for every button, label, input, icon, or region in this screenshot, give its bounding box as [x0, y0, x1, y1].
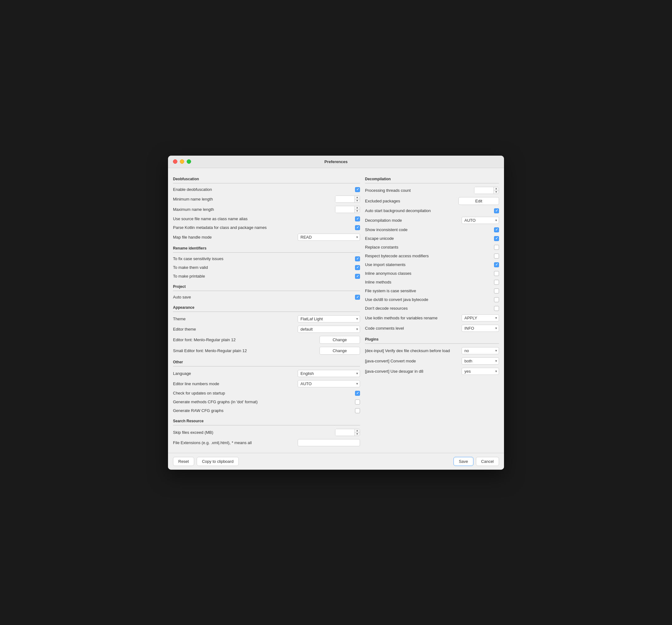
use-source-file-checkbox[interactable] [355, 216, 360, 222]
footer: Reset Copy to clipboard Save Cancel [168, 453, 504, 470]
skip-files-spinner[interactable]: 10 ▲ ▼ [335, 429, 360, 436]
file-extensions-input[interactable]: .xml|.html|.js|.json|.txt [298, 439, 360, 446]
max-name-length-label: Maximum name length [173, 207, 335, 212]
make-printable-checkbox[interactable] [355, 274, 360, 279]
show-inconsistent-control [494, 227, 499, 232]
generate-cfg-checkbox[interactable] [355, 399, 360, 404]
editor-line-numbers-row: Editor line numbers mode AUTO ON OFF [173, 378, 360, 389]
auto-start-label: Auto start background decompilation [365, 208, 494, 213]
java-convert-mode-label: [java-convert] Convert mode [365, 358, 462, 363]
java-desugar-label: [java-convert] Use desugar in d8 [365, 369, 462, 374]
dont-decode-label: Don't decode resources [365, 306, 494, 310]
editor-theme-select[interactable]: default [298, 326, 360, 333]
skip-files-up-btn[interactable]: ▲ [355, 429, 360, 433]
copy-to-clipboard-button[interactable]: Copy to clipboard [197, 457, 239, 466]
save-button[interactable]: Save [454, 457, 474, 466]
auto-save-checkbox[interactable] [355, 295, 360, 300]
replace-constants-checkbox[interactable] [494, 245, 499, 250]
smali-font-label: Smali Editor font: Menlo-Regular plain 1… [173, 348, 319, 353]
respect-bytecode-checkbox[interactable] [494, 254, 499, 258]
map-file-handle-select[interactable]: READ READ_WRITE [298, 234, 360, 241]
generate-raw-control [355, 408, 360, 413]
min-name-length-spinner[interactable]: 1 ▲ ▼ [335, 195, 360, 203]
use-import-row: Use import statements [365, 260, 499, 269]
fix-case-checkbox[interactable] [355, 256, 360, 261]
inline-methods-row: Inline methods [365, 278, 499, 286]
kotlin-methods-control: APPLY ALWAYS NEVER [462, 315, 499, 322]
file-system-case-row: File system is case sensitive [365, 286, 499, 295]
check-updates-label: Check for updates on startup [173, 391, 355, 395]
dex-checksum-select[interactable]: no yes [462, 347, 499, 354]
editor-line-numbers-select[interactable]: AUTO ON OFF [298, 380, 360, 387]
inline-anonymous-label: Inline anonymous classes [365, 271, 494, 276]
dex-checksum-control: no yes [462, 347, 499, 354]
use-dxd8-label: Use dx/d8 to convert java bytecode [365, 297, 494, 302]
processing-threads-spinner-buttons: ▲ ▼ [494, 187, 499, 194]
max-name-up-btn[interactable]: ▲ [355, 206, 360, 210]
generate-raw-checkbox[interactable] [355, 408, 360, 413]
make-valid-control [355, 265, 360, 270]
auto-start-control [494, 208, 499, 213]
max-name-down-btn[interactable]: ▼ [355, 210, 360, 213]
reset-button[interactable]: Reset [173, 457, 194, 466]
language-select[interactable]: English Chinese Russian [298, 370, 360, 377]
escape-unicode-checkbox[interactable] [494, 236, 499, 241]
use-dxd8-checkbox[interactable] [494, 297, 499, 302]
java-convert-mode-select[interactable]: both dx d8 [462, 357, 499, 365]
min-name-length-control: 1 ▲ ▼ [335, 195, 360, 203]
maximize-button[interactable] [187, 159, 191, 164]
decompilation-mode-row: Decompilation mode AUTO JADX CFR PROCYON [365, 215, 499, 226]
parse-kotlin-checkbox[interactable] [355, 225, 360, 230]
processing-threads-up-btn[interactable]: ▲ [494, 187, 499, 190]
replace-constants-control [494, 245, 499, 250]
make-valid-checkbox[interactable] [355, 265, 360, 270]
code-comments-select[interactable]: INFO DEBUG ERROR NONE [462, 325, 499, 332]
map-file-handle-label: Map file handle mode [173, 235, 298, 239]
footer-left: Reset Copy to clipboard [173, 457, 239, 466]
dont-decode-checkbox[interactable] [494, 306, 499, 311]
excluded-packages-row: Excluded packages Edit [365, 195, 499, 206]
escape-unicode-row: Escape unicode [365, 234, 499, 243]
use-import-control [494, 262, 499, 267]
inline-methods-checkbox[interactable] [494, 280, 499, 285]
processing-threads-spinner[interactable]: 4 ▲ ▼ [474, 187, 499, 194]
check-updates-checkbox[interactable] [355, 391, 360, 396]
escape-unicode-control [494, 236, 499, 241]
processing-threads-down-btn[interactable]: ▼ [494, 190, 499, 194]
close-button[interactable] [173, 159, 177, 164]
decompilation-mode-label: Decompilation mode [365, 218, 462, 223]
decompilation-mode-select[interactable]: AUTO JADX CFR PROCYON [462, 217, 499, 224]
processing-threads-input[interactable]: 4 [474, 187, 494, 194]
editor-font-control: Change [319, 336, 360, 344]
show-inconsistent-checkbox[interactable] [494, 227, 499, 232]
skip-files-down-btn[interactable]: ▼ [355, 433, 360, 436]
use-dxd8-control [494, 297, 499, 302]
excluded-packages-btn[interactable]: Edit [458, 197, 499, 205]
java-desugar-select[interactable]: yes no [462, 368, 499, 375]
language-control: English Chinese Russian [298, 370, 360, 377]
use-source-file-control [355, 216, 360, 222]
minimize-button[interactable] [180, 159, 184, 164]
make-printable-label: To make printable [173, 274, 355, 278]
max-name-length-spinner[interactable]: 64 ▲ ▼ [335, 206, 360, 213]
enable-deobfuscation-checkbox[interactable] [355, 187, 360, 192]
cancel-button[interactable]: Cancel [476, 457, 499, 466]
kotlin-methods-select[interactable]: APPLY ALWAYS NEVER [462, 315, 499, 322]
use-import-checkbox[interactable] [494, 262, 499, 267]
max-name-length-input[interactable]: 64 [335, 206, 354, 213]
theme-select[interactable]: FlatLaf Light FlatLaf Dark [298, 315, 360, 323]
skip-files-input[interactable]: 10 [335, 429, 354, 436]
code-comments-label: Code comments level [365, 326, 462, 330]
right-panel: Decompilation Processing threads count 4… [365, 173, 499, 448]
min-name-down-btn[interactable]: ▼ [355, 199, 360, 202]
editor-font-change-btn[interactable]: Change [319, 336, 360, 344]
smali-font-change-btn[interactable]: Change [319, 347, 360, 354]
auto-start-checkbox[interactable] [494, 208, 499, 213]
inline-anonymous-checkbox[interactable] [494, 271, 499, 276]
min-name-length-input[interactable]: 1 [335, 196, 354, 202]
min-name-up-btn[interactable]: ▲ [355, 196, 360, 199]
dex-checksum-label: [dex-input] Verify dex file checksum bef… [365, 348, 462, 353]
file-system-case-checkbox[interactable] [494, 288, 499, 294]
dont-decode-control [494, 306, 499, 311]
generate-cfg-control [355, 399, 360, 404]
